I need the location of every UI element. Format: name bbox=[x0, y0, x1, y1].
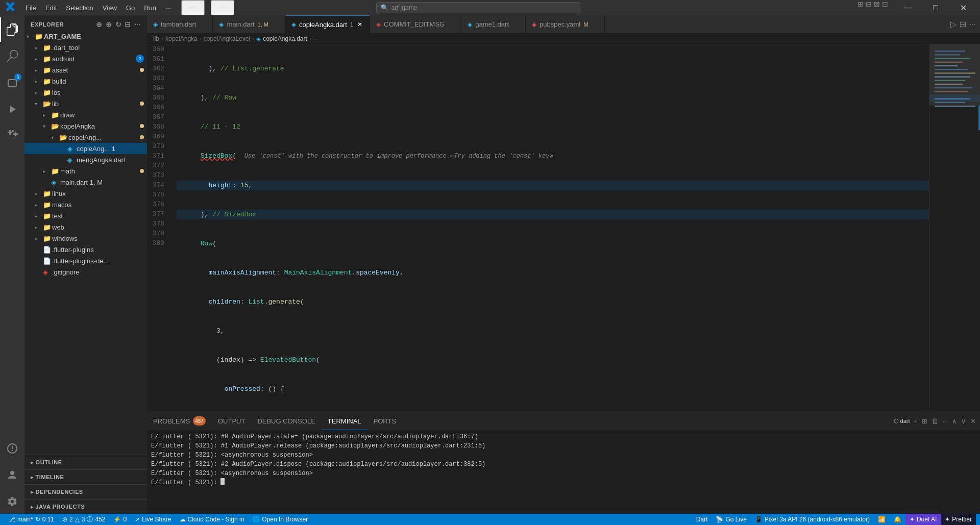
activity-debug[interactable] bbox=[0, 97, 24, 121]
tree-item-asset[interactable]: ▸ 📁 asset bbox=[24, 64, 147, 76]
java-projects-header[interactable]: ▸ JAVA PROJECTS bbox=[24, 502, 147, 512]
tree-item-build[interactable]: ▸ 📁 build bbox=[24, 76, 147, 87]
tree-item-test[interactable]: ▸ 📁 test bbox=[24, 210, 147, 221]
tab-pubspec-yaml[interactable]: ◈ pubspec.yaml M ✕ bbox=[526, 15, 605, 33]
panel-tab-terminal[interactable]: TERMINAL bbox=[322, 412, 368, 430]
menu-more[interactable]: ··· bbox=[161, 3, 175, 13]
close-button[interactable]: ✕ bbox=[951, 0, 975, 15]
split-terminal-button[interactable]: ⊞ bbox=[922, 417, 927, 425]
panel-tab-output[interactable]: OUTPUT bbox=[212, 412, 251, 430]
tree-root-artgame[interactable]: ▾ 📁 ART_GAME bbox=[24, 31, 147, 42]
collapse-all-icon[interactable]: ⊟ bbox=[125, 20, 131, 29]
breadcrumb-kopelangka[interactable]: kopelAngka bbox=[165, 35, 198, 42]
tab-game1-dart[interactable]: ◈ game1.dart ✕ bbox=[461, 15, 526, 33]
minimize-button[interactable]: — bbox=[896, 0, 920, 15]
status-liveshare[interactable]: ↗ Live Share bbox=[131, 514, 175, 525]
status-branch[interactable]: ⎇ main* ↻ 0 11 bbox=[4, 514, 58, 525]
dart-icon: ◈ bbox=[219, 21, 224, 28]
close-panel-button[interactable]: ✕ bbox=[970, 417, 976, 425]
timeline-header[interactable]: ▸ TIMELINE bbox=[24, 472, 147, 482]
code-content[interactable]: ), // List.generate ), // Row // 11 - 12… bbox=[173, 44, 929, 412]
more-tabs-icon[interactable]: ··· bbox=[969, 20, 976, 29]
kill-terminal-button[interactable]: 🗑 bbox=[932, 417, 938, 425]
refresh-icon[interactable]: ↻ bbox=[115, 20, 122, 29]
menu-edit[interactable]: Edit bbox=[41, 3, 61, 13]
status-device[interactable]: 📱 Pixel 3a API 26 (android-x86 emulator) bbox=[751, 514, 874, 525]
breadcrumb-lib[interactable]: lib bbox=[153, 35, 159, 42]
tree-item-mengangka[interactable]: ◈ mengAngka.dart bbox=[24, 154, 147, 165]
status-notification[interactable]: 🔔 bbox=[890, 514, 905, 525]
tab-tambah-dart[interactable]: ◈ tambah.dart ✕ bbox=[147, 15, 213, 33]
tree-item-flutter-plugins[interactable]: 📄 .flutter-plugins bbox=[24, 244, 147, 255]
activity-settings[interactable] bbox=[0, 489, 24, 514]
status-cloudcode[interactable]: ☁ Cloud Code - Sign in bbox=[176, 514, 249, 525]
run-icon[interactable]: ▷ bbox=[950, 19, 957, 29]
new-folder-icon[interactable]: ⊕ bbox=[106, 20, 112, 29]
terminal-content[interactable]: E/flutter ( 5321): #0 AudioPlayer.state=… bbox=[147, 430, 980, 514]
panel-tab-ports[interactable]: PORTS bbox=[368, 412, 403, 430]
breadcrumb-more[interactable]: ··· bbox=[313, 35, 318, 42]
tree-item-kopelangka[interactable]: ▾ 📂 kopelAngka bbox=[24, 120, 147, 132]
breadcrumb-copelangkalevel[interactable]: copelAngkaLevel bbox=[204, 35, 250, 42]
split-editor-icon[interactable]: ⊟ bbox=[960, 19, 966, 29]
tab-close-button[interactable]: ✕ bbox=[356, 20, 363, 29]
activity-explorer[interactable] bbox=[0, 17, 24, 42]
new-file-icon[interactable]: ⊕ bbox=[96, 20, 103, 29]
more-terminal-icon[interactable]: ··· bbox=[942, 417, 948, 425]
nav-forward-button[interactable]: → bbox=[211, 0, 234, 15]
menu-view[interactable]: View bbox=[99, 3, 121, 13]
tree-item-copleangka-file[interactable]: ◈ copleAng... 1 bbox=[24, 143, 147, 154]
golive-label: Go Live bbox=[725, 516, 746, 523]
activity-remote[interactable] bbox=[0, 436, 24, 461]
status-errors[interactable]: ⊘ 2 △ 3 ⓘ 452 bbox=[58, 514, 109, 525]
minimap-slider[interactable] bbox=[929, 44, 980, 106]
tree-item-lib[interactable]: ▾ 📂 lib bbox=[24, 98, 147, 109]
menu-selection[interactable]: Selection bbox=[62, 3, 97, 13]
activity-accounts[interactable] bbox=[0, 463, 24, 487]
tab-copleangka-dart[interactable]: ◈ copleAngka.dart 1 ✕ bbox=[285, 15, 370, 33]
menu-run[interactable]: Run bbox=[140, 3, 160, 13]
status-liveserver[interactable]: ⚡ 0 bbox=[109, 514, 131, 525]
status-language[interactable]: Dart bbox=[692, 514, 712, 525]
outline-header[interactable]: ▸ OUTLINE bbox=[24, 457, 147, 467]
layout-icons: ⊞ ⊟ ⊠ ⊡ bbox=[857, 0, 888, 15]
activity-extensions[interactable] bbox=[0, 123, 24, 148]
tree-item-flutter-plugins-de[interactable]: 📄 .flutter-plugins-de... bbox=[24, 255, 147, 266]
tree-item-copelang[interactable]: ▾ 📂 copelAng... bbox=[24, 132, 147, 143]
tree-item-windows[interactable]: ▸ 📁 windows bbox=[24, 233, 147, 244]
breadcrumb-filename[interactable]: copleAngka.dart bbox=[263, 35, 307, 42]
menu-go[interactable]: Go bbox=[122, 3, 139, 13]
tree-item-web[interactable]: ▸ 📁 web bbox=[24, 221, 147, 233]
tree-item-math[interactable]: ▸ 📁 math bbox=[24, 165, 147, 177]
tree-item-draw[interactable]: ▸ 📁 draw bbox=[24, 109, 147, 120]
panel-tab-problems[interactable]: PROBLEMS 457 bbox=[147, 412, 212, 430]
status-wifi[interactable]: 📶 bbox=[874, 514, 890, 525]
dependencies-header[interactable]: ▸ DEPENDENCIES bbox=[24, 487, 147, 497]
status-prettier[interactable]: ✦ Prettier bbox=[941, 514, 976, 525]
activity-source-control[interactable]: 5 bbox=[0, 70, 24, 95]
tree-item-gitignore[interactable]: ◈ .gitignore bbox=[24, 266, 147, 278]
more-options-icon[interactable]: ··· bbox=[134, 20, 141, 29]
activity-search[interactable] bbox=[0, 44, 24, 68]
search-bar[interactable]: 🔍 art_game bbox=[376, 2, 580, 13]
status-open-browser[interactable]: 🌐 Open In Browser bbox=[248, 514, 312, 525]
status-duet-ai[interactable]: ✦ Duet AI bbox=[905, 514, 941, 525]
tree-item-android[interactable]: ▸ 📁 android 2 bbox=[24, 53, 147, 64]
panel-up-icon[interactable]: ∧ bbox=[952, 417, 957, 425]
status-golive[interactable]: 📡 Go Live bbox=[712, 514, 750, 525]
tab-commit-editmsg[interactable]: ◈ COMMIT_EDITMSG ✕ bbox=[370, 15, 461, 33]
tree-item-linux[interactable]: ▸ 📁 linux bbox=[24, 188, 147, 199]
tree-item-dart-tool[interactable]: ▸ 📁 .dart_tool bbox=[24, 42, 147, 53]
panel-down-icon[interactable]: ∨ bbox=[961, 417, 966, 425]
nav-back-button[interactable]: ← bbox=[181, 0, 205, 15]
menu-file[interactable]: File bbox=[21, 3, 40, 13]
add-terminal-button[interactable]: + bbox=[914, 417, 918, 425]
tree-item-main-dart[interactable]: ◈ main.dart 1, M bbox=[24, 177, 147, 188]
tree-item-macos[interactable]: ▸ 📁 macos bbox=[24, 199, 147, 210]
tree-item-ios[interactable]: ▸ 📁 ios bbox=[24, 87, 147, 98]
terminal-cursor bbox=[220, 478, 225, 485]
maximize-button[interactable]: □ bbox=[924, 0, 947, 15]
panel-tab-debug-console[interactable]: DEBUG CONSOLE bbox=[251, 412, 321, 430]
code-editor[interactable]: 360 361 362 363 364 365 366 367 368 369 … bbox=[147, 44, 980, 412]
tab-main-dart[interactable]: ◈ main.dart 1, M ✕ bbox=[213, 15, 285, 33]
